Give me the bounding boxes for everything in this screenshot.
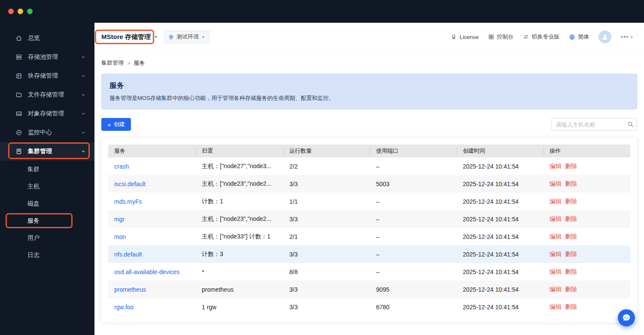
sidebar-subitem-log[interactable]: 日志 — [0, 247, 94, 264]
window-titlebar — [0, 0, 644, 23]
breadcrumb-cluster-management[interactable]: 集群管理 — [101, 59, 124, 67]
environment-badge[interactable]: 测试环境 — [164, 30, 210, 43]
delete-link[interactable]: 删除 — [565, 233, 577, 240]
console-icon — [488, 34, 494, 40]
edit-link[interactable]: 编辑 — [550, 286, 562, 293]
col-actions: 操作 — [544, 145, 630, 157]
port-cell: 5003 — [370, 175, 457, 193]
user-avatar[interactable] — [598, 30, 611, 43]
sidebar: 总览 存储池管理 块存储管理 文件存储管理 对象存储管理 监控中心 — [0, 23, 94, 335]
ellipsis-icon: ••• — [621, 33, 629, 40]
console-button[interactable]: 控制台 — [488, 33, 513, 41]
console-label: 控制台 — [497, 33, 513, 41]
sidebar-item-overview[interactable]: 总览 — [0, 29, 94, 48]
breadcrumb: 集群管理 > 服务 — [101, 59, 637, 67]
table-row[interactable]: crash 主机：["node27","node3... 2/2 – 2025-… — [108, 157, 630, 175]
sidebar-subitem-cluster[interactable]: 集群 — [0, 161, 94, 178]
sidebar-item-label: 总览 — [28, 34, 86, 42]
edit-link[interactable]: 编辑 — [550, 163, 562, 169]
sidebar-item-monitor-center[interactable]: 监控中心 — [0, 123, 94, 142]
caret-down-icon — [154, 35, 158, 39]
delete-link[interactable]: 删除 — [565, 250, 577, 257]
service-link[interactable]: nfs.default — [114, 251, 142, 258]
edit-link[interactable]: 编辑 — [550, 233, 562, 240]
port-cell: – — [370, 245, 457, 263]
table-row[interactable]: mon 主机：["node33"] 计数：1 2/1 – 2025-12-24 … — [108, 228, 630, 245]
sidebar-subitem-label: 磁盘 — [27, 200, 39, 208]
block-storage-icon — [15, 72, 22, 79]
globe-icon — [569, 34, 575, 40]
placement-cell: 计数：1 — [196, 193, 283, 210]
delete-link[interactable]: 删除 — [565, 268, 577, 275]
window-minimize-button[interactable] — [18, 9, 23, 14]
placement-cell: prometheus — [196, 281, 283, 298]
delete-link[interactable]: 删除 — [565, 198, 577, 205]
support-chat-button[interactable] — [618, 309, 635, 326]
sidebar-item-block-storage[interactable]: 块存储管理 — [0, 66, 94, 85]
port-cell: – — [370, 210, 457, 228]
table-row[interactable]: iscsi.default 主机：["node23","node2... 3/3… — [108, 175, 630, 193]
created-cell: 2025-12-24 10:41:54 — [457, 245, 544, 263]
brand-switcher[interactable]: MStore 存储管理 — [101, 33, 158, 41]
delete-link[interactable]: 删除 — [565, 180, 577, 187]
edit-link[interactable]: 编辑 — [550, 215, 562, 222]
table-row[interactable]: rgw.foo 1 rgw 3/3 6780 2025-12-24 10:41:… — [108, 298, 630, 316]
cluster-submenu: 集群 主机 磁盘 服务 用户 日志 — [0, 161, 94, 264]
table-row[interactable]: prometheus prometheus 3/3 9095 2025-12-2… — [108, 281, 630, 298]
sidebar-subitem-label: 集群 — [27, 166, 39, 173]
service-link[interactable]: prometheus — [114, 286, 146, 293]
service-link[interactable]: osd.all-available-devices — [114, 269, 180, 275]
sidebar-subitem-host[interactable]: 主机 — [0, 178, 94, 195]
col-running-count: 运行数量 — [283, 145, 370, 157]
edit-link[interactable]: 编辑 — [550, 303, 562, 310]
switch-pro-button[interactable]: 切换专业版 — [523, 33, 559, 41]
created-cell: 2025-12-24 10:41:54 — [457, 263, 544, 281]
table-row[interactable]: osd.all-available-devices * 8/8 – 2025-1… — [108, 263, 630, 281]
sidebar-item-storage-pool[interactable]: 存储池管理 — [0, 48, 94, 66]
main-area: MStore 存储管理 测试环境 License 控制台 — [94, 23, 644, 335]
service-link[interactable]: mgr — [114, 216, 125, 223]
sidebar-item-label: 块存储管理 — [28, 72, 75, 80]
create-button-label: 创建 — [114, 121, 125, 128]
license-button[interactable]: License — [451, 34, 479, 40]
running-cell: 3/3 — [283, 245, 370, 263]
running-cell: 2/1 — [283, 228, 370, 245]
sidebar-subitem-disk[interactable]: 磁盘 — [0, 195, 94, 212]
window-zoom-button[interactable] — [27, 9, 33, 14]
monitor-icon — [15, 129, 22, 136]
sidebar-item-cluster-management[interactable]: 集群管理 — [0, 142, 94, 161]
language-switcher[interactable]: 简体 — [569, 33, 589, 41]
page-description: 服务管理是MOS存储集群中的核心功能，用于管理各种存储服务的生命周期、配置和监控… — [109, 94, 629, 102]
edit-link[interactable]: 编辑 — [550, 268, 562, 275]
delete-link[interactable]: 删除 — [565, 286, 577, 293]
host-search-input[interactable] — [551, 118, 637, 131]
search-icon — [627, 121, 634, 127]
service-link[interactable]: crash — [114, 163, 129, 170]
delete-link[interactable]: 删除 — [565, 303, 577, 310]
created-cell: 2025-12-24 10:41:54 — [457, 298, 544, 316]
edit-link[interactable]: 编辑 — [550, 180, 562, 187]
sidebar-subitem-label: 用户 — [27, 234, 39, 242]
service-link[interactable]: mon — [114, 233, 126, 240]
sidebar-item-file-storage[interactable]: 文件存储管理 — [0, 85, 94, 104]
sidebar-subitem-label: 服务 — [27, 217, 39, 225]
sidebar-subitem-service[interactable]: 服务 — [0, 212, 94, 229]
delete-link[interactable]: 删除 — [565, 163, 577, 169]
service-link[interactable]: iscsi.default — [114, 181, 146, 187]
service-link[interactable]: rgw.foo — [114, 304, 134, 311]
sidebar-item-object-storage[interactable]: 对象存储管理 — [0, 104, 94, 123]
sidebar-subitem-user[interactable]: 用户 — [0, 229, 94, 247]
service-link[interactable]: mds.myFs — [114, 198, 142, 205]
port-cell: – — [370, 228, 457, 245]
app-header: MStore 存储管理 测试环境 License 控制台 — [94, 23, 644, 51]
more-menu[interactable]: ••• — [621, 33, 634, 40]
edit-link[interactable]: 编辑 — [550, 198, 562, 205]
table-row-highlighted[interactable]: nfs.default 计数：3 3/3 – 2025-12-24 10:41:… — [108, 245, 630, 263]
edit-link[interactable]: 编辑 — [550, 250, 562, 257]
col-port: 使用端口 — [370, 145, 457, 157]
window-close-button[interactable] — [8, 9, 14, 14]
delete-link[interactable]: 删除 — [565, 215, 577, 222]
create-button[interactable]: + 创建 — [101, 118, 131, 131]
table-row[interactable]: mgr 主机：["node23","node2... 3/3 – 2025-12… — [108, 210, 630, 228]
table-row[interactable]: mds.myFs 计数：1 1/1 – 2025-12-24 10:41:54 … — [108, 193, 630, 210]
